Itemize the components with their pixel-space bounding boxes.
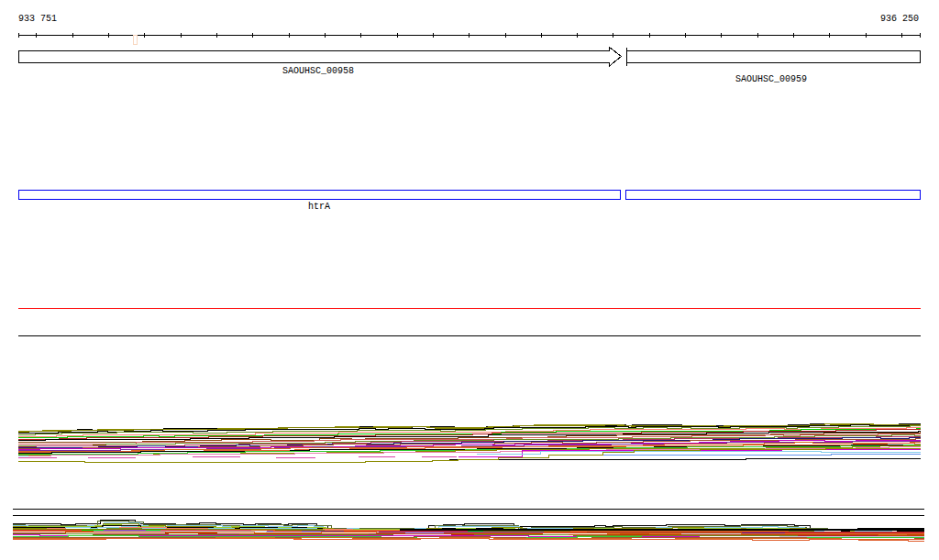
svg-text:SAOUHSC_00958: SAOUHSC_00958 [282,66,354,76]
svg-text:SAOUHSC_00959: SAOUHSC_00959 [735,74,807,84]
svg-text:933 751: 933 751 [18,14,57,24]
svg-text:htrA: htrA [308,202,330,212]
svg-text:936 250: 936 250 [880,14,919,24]
